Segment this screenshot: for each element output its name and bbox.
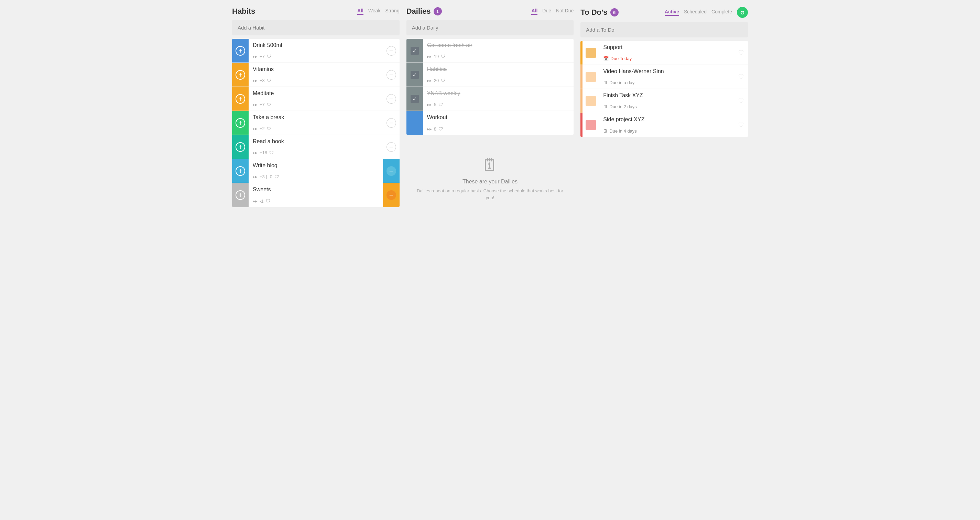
todo-list: Support 📅 Due Today ♡ Video Hans-Werner … [581,41,748,137]
add-daily-bar[interactable]: Add a Daily [406,20,574,35]
streak-arrows: ▸▸ [253,174,258,179]
habit-item: + Meditate ▸▸ +7 🛡 − [232,87,399,111]
habit-plus-btn[interactable]: + [232,159,248,183]
streak-arrows: ▸▸ [427,78,432,83]
habit-name: Drink 500ml [253,42,379,48]
habits-filter-strong[interactable]: Strong [385,8,399,15]
todos-filters: Active Scheduled Complete [665,9,732,16]
daily-score: 20 [434,78,439,83]
dailies-empty-state: 🗓 These are your Dailies Dailies repeat … [406,135,574,222]
habit-minus-btn[interactable]: − [383,159,399,183]
shield-icon: 🛡 [267,78,271,83]
habits-filter-all[interactable]: All [357,8,363,15]
habit-name: Take a break [253,114,379,120]
todo-bookmark[interactable]: ♡ [734,65,748,89]
empty-state-title: These are your Dailies [417,179,563,185]
add-habit-bar[interactable]: Add a Habit [232,20,399,35]
daily-item: ✓ YNAB weekly ▸▸ 5 🛡 [406,87,574,111]
dailies-filter-due[interactable]: Due [542,8,551,15]
todo-color-circle [585,48,596,58]
todo-content: Side project XYZ 🗓 Due in 4 days [599,113,734,137]
daily-score: 8 [434,127,436,132]
habit-minus-btn[interactable]: − [383,39,399,62]
todo-color-circle [585,120,596,130]
daily-score: 19 [434,54,439,59]
shield-icon: 🛡 [269,150,274,155]
shield-icon: 🛡 [267,126,271,131]
habit-content: Vitamins ▸▸ +3 🛡 [248,63,383,87]
habit-name: Vitamins [253,66,379,73]
dailies-column: Dailies 1 All Due Not Due Add a Daily ✓ … [406,7,574,222]
habit-item: + Sweets ▸▸ -1 🛡 − [232,183,399,207]
habit-minus-btn[interactable]: − [383,183,399,207]
habit-item: + Read a book ▸▸ +18 🛡 − [232,135,399,159]
habit-stats: ▸▸ +2 🛡 [253,126,379,131]
plus-icon: + [235,142,245,152]
dailies-filter-all[interactable]: All [531,8,538,15]
habit-plus-btn[interactable]: + [232,135,248,159]
todo-item: Finish Task XYZ 🗓 Due in 2 days ♡ [581,89,748,113]
todo-bookmark[interactable]: ♡ [734,113,748,137]
streak-arrows: ▸▸ [253,198,258,204]
daily-check-area: ✓ [406,87,423,111]
todo-icon-area [582,89,599,113]
avatar[interactable]: G [737,7,748,18]
habit-minus-btn[interactable]: − [383,87,399,111]
dailies-filter-notdue[interactable]: Not Due [556,8,574,15]
dailies-header: Dailies 1 All Due Not Due [406,7,574,16]
todo-bookmark[interactable]: ♡ [734,41,748,65]
habit-stats: ▸▸ +7 🛡 [253,54,379,59]
streak-arrows: ▸▸ [253,78,258,83]
add-todo-bar[interactable]: Add a To Do [581,22,748,37]
dailies-title: Dailies 1 [406,7,442,16]
daily-name: Habitica [427,66,570,73]
habit-minus-btn[interactable]: − [383,63,399,87]
calendar-icon: 🗓 [603,128,608,133]
calendar-icon: 📅 [603,56,609,61]
todo-bookmark[interactable]: ♡ [734,89,748,113]
habit-content: Read a book ▸▸ +18 🛡 [248,135,383,159]
todos-filter-active[interactable]: Active [665,9,679,16]
todo-name: Support [603,44,730,51]
habit-plus-btn[interactable]: + [232,183,248,207]
habit-plus-btn[interactable]: + [232,111,248,135]
todos-header-right: Active Scheduled Complete G [665,7,748,18]
due-text: Due Today [610,56,632,61]
habit-plus-btn[interactable]: + [232,87,248,111]
todo-icon-area [582,113,599,137]
due-text: Due in 2 days [609,104,637,109]
minus-icon: − [387,118,396,128]
todos-filter-complete[interactable]: Complete [711,9,732,16]
todos-filter-scheduled[interactable]: Scheduled [684,9,706,16]
habits-column: Habits All Weak Strong Add a Habit + Dri… [232,7,399,222]
habit-minus-btn[interactable]: − [383,111,399,135]
daily-list: ✓ Get some fresh air ▸▸ 19 🛡 ✓ [406,39,574,135]
habits-header: Habits All Weak Strong [232,7,399,16]
minus-icon: − [387,46,396,55]
habit-plus-btn[interactable]: + [232,63,248,87]
habit-stats: ▸▸ +7 🛡 [253,102,379,107]
daily-checkbox[interactable]: ✓ [410,71,419,79]
minus-icon: − [387,70,396,80]
dailies-badge: 1 [434,7,442,16]
streak-arrows: ▸▸ [427,102,432,107]
habit-plus-btn[interactable]: + [232,39,248,62]
habit-minus-btn[interactable]: − [383,135,399,159]
habit-content: Write blog ▸▸ +3 | -0 🛡 [248,159,383,183]
daily-checkbox[interactable]: ✓ [410,47,419,55]
daily-content: YNAB weekly ▸▸ 5 🛡 [423,87,574,111]
daily-content: Habitica ▸▸ 20 🛡 [423,63,574,87]
daily-check-area: ✓ [406,39,423,62]
checkmark-icon: ✓ [413,96,417,101]
todo-content: Support 📅 Due Today [599,41,734,65]
plus-icon: + [235,118,245,128]
todo-item: Support 📅 Due Today ♡ [581,41,748,65]
daily-checkbox[interactable] [410,119,419,127]
todo-due: 🗓 Due in a day [603,80,730,85]
habits-filter-weak[interactable]: Weak [368,8,381,15]
plus-icon: + [235,70,245,80]
streak-arrows: ▸▸ [253,102,258,107]
daily-check-area [406,111,423,135]
habit-item: + Drink 500ml ▸▸ +7 🛡 − [232,39,399,63]
daily-checkbox[interactable]: ✓ [410,95,419,103]
